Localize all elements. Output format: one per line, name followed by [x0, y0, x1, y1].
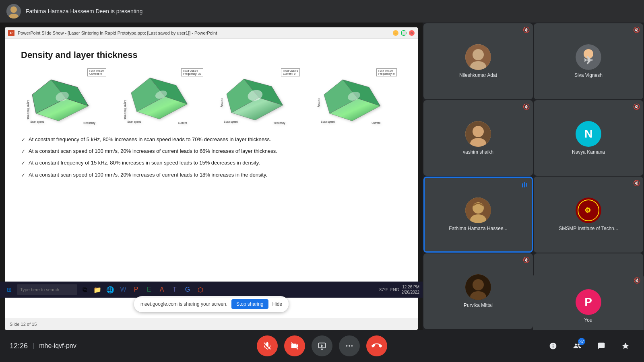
screen-share-notification: meet.google.com is sharing your screen. …	[134, 296, 289, 312]
avatar-vashim	[465, 121, 491, 147]
slide-footer: Slide 12 of 15	[5, 318, 418, 330]
mute-button[interactable]	[257, 335, 278, 356]
svg-text:Layer Thickness: Layer Thickness	[27, 100, 30, 119]
taskbar-excel[interactable]: E	[143, 284, 155, 295]
taskbar: ⊞ ⧉ 📁 🌐 W P E A T G ⬡ 87°F ENG 12:26 PM …	[0, 282, 423, 298]
stop-sharing-button[interactable]: Stop sharing	[231, 299, 268, 309]
taskbar-search-input[interactable]	[17, 284, 77, 295]
chart-1-svg: Scan speed Frequency Layer Thickness	[26, 68, 106, 125]
activities-button[interactable]	[617, 337, 634, 355]
avatar-purvika	[465, 274, 491, 300]
chat-button[interactable]	[592, 337, 610, 355]
top-bar: Fathima Hamaza Hasseem Deen is presentin…	[0, 0, 644, 23]
participant-tile-vashim[interactable]: 🔇 vashim shaikh	[423, 100, 533, 176]
svg-text:⚙: ⚙	[584, 206, 591, 214]
participant-tile-fathima[interactable]: Fathima Hamaza Hassee...	[423, 177, 533, 253]
meeting-info-button[interactable]	[544, 337, 562, 355]
hide-button[interactable]: Hide	[272, 301, 282, 307]
svg-point-39	[473, 126, 484, 137]
taskbar-system-tray: 87°F ENG 12:26 PM 2/20/2022	[380, 284, 419, 295]
bullet-item-3: ✓ At a constant frequency of 15 kHz, 80%…	[21, 159, 402, 167]
camera-button[interactable]	[284, 335, 305, 356]
meeting-divider: |	[33, 342, 34, 350]
chart-3: Hold Values Current: 9	[219, 68, 300, 125]
taskbar-task-view[interactable]: ⧉	[79, 284, 90, 295]
checkmark-3: ✓	[21, 160, 25, 167]
taskbar-word[interactable]: W	[118, 284, 129, 295]
svg-point-33	[473, 49, 484, 60]
participant-tile-purvika[interactable]: 🔇 Purvika Mittal	[423, 253, 533, 329]
taskbar-edge[interactable]: 🌐	[105, 284, 116, 295]
people-count-badge: 37	[578, 338, 585, 345]
svg-text:Current: Current	[372, 121, 380, 124]
right-controls: 37	[514, 337, 634, 355]
svg-point-56	[349, 345, 350, 347]
participant-tile-siva[interactable]: 🔇 ✈ Siva Vignesh	[534, 23, 643, 99]
taskbar-figma[interactable]: ⬡	[195, 284, 206, 295]
participant-name-navya: Navya Kamana	[570, 149, 607, 155]
avatar-smsmp: ⚙	[576, 197, 601, 223]
present-button[interactable]	[312, 335, 332, 356]
bullet-item-1: ✓ At constant frequency of 5 kHz, 80% in…	[21, 136, 402, 144]
taskbar-file-explorer[interactable]: 📁	[92, 284, 103, 295]
ppt-window-controls[interactable]: – ⬜ ✕	[393, 30, 415, 36]
slide-title: Density and layer thickness	[21, 50, 402, 60]
participant-tile-navya[interactable]: 🔇 N Navya Kamana	[534, 100, 643, 176]
participant-name-siva: Siva Vignesh	[573, 72, 604, 78]
taskbar-powerpoint[interactable]: P	[130, 284, 142, 295]
taskbar-lang: ENG	[390, 288, 399, 292]
participant-name-nilesh: Nileshkumar Adat	[458, 72, 499, 78]
end-call-button[interactable]	[366, 335, 387, 356]
maximize-button[interactable]: ⬜	[401, 30, 407, 36]
checkmark-2: ✓	[21, 148, 25, 155]
presenter-name: Fathima Hamaza Hasseem Deen is presentin…	[26, 8, 142, 14]
avatar-fathima	[465, 197, 491, 223]
taskbar-clock: 12:26 PM 2/20/2022	[402, 284, 420, 295]
mute-icon-siva: 🔇	[633, 27, 640, 33]
svg-text:Layer Thickness: Layer Thickness	[124, 100, 127, 119]
svg-rect-43	[526, 183, 527, 187]
participant-tile-smsmp[interactable]: 🔇 ⚙ SMSMP Institute of Techn...	[534, 177, 643, 253]
avatar-navya: N	[576, 121, 601, 147]
people-button[interactable]: 37	[568, 337, 586, 355]
more-options-button[interactable]	[339, 335, 360, 356]
meeting-code: mhe-iqvf-pnv	[39, 342, 76, 350]
checkmark-1: ✓	[21, 136, 25, 144]
svg-text:Frequency: Frequency	[273, 121, 286, 125]
avatar-siva: ✈	[576, 44, 601, 70]
taskbar-acrobat[interactable]: A	[156, 284, 167, 295]
svg-text:Scan speed: Scan speed	[127, 120, 141, 123]
share-notification-text: meet.google.com is sharing your screen.	[140, 301, 227, 307]
bullet-item-2: ✓ At a constant scan speed of 100 mm/s, …	[21, 148, 402, 155]
mute-icon-smsmp: 🔇	[633, 180, 640, 186]
charts-row: Hold Values Current: 9	[21, 68, 402, 125]
taskbar-chrome[interactable]: G	[182, 284, 193, 295]
minimize-button[interactable]: –	[393, 30, 398, 36]
meeting-time: 12:26	[10, 342, 28, 350]
windows-start-button[interactable]: ⊞	[3, 284, 15, 295]
powerpoint-icon: P	[8, 30, 14, 36]
participant-tile-you[interactable]: 🔇 P You	[533, 274, 644, 338]
bottom-bar: 12:26 | mhe-iqvf-pnv	[0, 330, 644, 362]
svg-point-55	[346, 345, 348, 347]
svg-text:Scan speed: Scan speed	[31, 120, 45, 123]
participant-name-purvika: Purvika Mittal	[462, 302, 494, 308]
svg-point-1	[10, 6, 17, 13]
close-button[interactable]: ✕	[409, 30, 415, 36]
speaking-icon-fathima	[521, 181, 528, 189]
mute-icon-vashim: 🔇	[523, 103, 530, 110]
svg-text:✈: ✈	[584, 54, 593, 67]
chart-2-svg: Scan speed Current Layer Thickness	[123, 68, 203, 125]
svg-point-51	[473, 279, 484, 290]
svg-rect-41	[522, 183, 523, 187]
mute-icon-purvika: 🔇	[523, 257, 530, 263]
svg-text:Scan speed: Scan speed	[321, 120, 335, 123]
svg-text:Frequency: Frequency	[83, 121, 96, 125]
participant-name-vashim: vashim shaikh	[461, 149, 495, 155]
participant-tile-nilesh[interactable]: 🔇 Nileshkumar Adat	[423, 23, 533, 99]
chart-4-svg: Scan speed Current Density	[316, 68, 397, 125]
taskbar-teams[interactable]: T	[169, 284, 180, 295]
bullet-points: ✓ At constant frequency of 5 kHz, 80% in…	[21, 136, 402, 179]
meeting-info: 12:26 | mhe-iqvf-pnv	[10, 342, 130, 350]
mute-icon-you: 🔇	[634, 277, 640, 284]
